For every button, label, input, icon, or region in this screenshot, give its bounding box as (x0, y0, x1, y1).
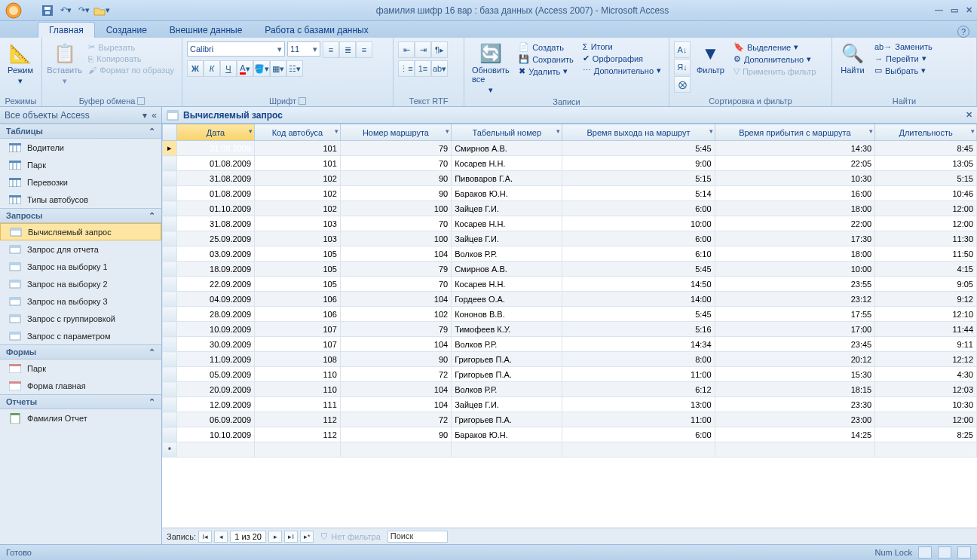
cell[interactable]: 5:45 (562, 307, 715, 322)
cell[interactable]: 23:55 (715, 277, 875, 292)
advanced-filter-button[interactable]: ⚙ Дополнительно ▾ (730, 54, 819, 65)
row-selector[interactable]: ▸ (163, 141, 177, 156)
cell[interactable]: 23:30 (715, 397, 875, 412)
redo-icon[interactable]: ↷▾ (75, 2, 92, 19)
cell[interactable]: Смирнов А.В. (452, 141, 562, 156)
cell[interactable] (255, 442, 341, 457)
cell[interactable]: 05.09.2009 (176, 367, 254, 382)
row-selector[interactable] (163, 412, 177, 427)
nav-item[interactable]: Запрос с группировкой (0, 310, 161, 327)
datasheet[interactable]: Дата▾Код автобуса▾Номер маршрута▾Табельн… (162, 124, 977, 528)
cell[interactable]: 8:25 (875, 427, 977, 442)
cell[interactable]: 11:30 (875, 231, 977, 246)
new-record-nav-button[interactable]: ▸* (300, 531, 314, 543)
cell[interactable]: 16:00 (715, 186, 875, 201)
cell[interactable]: 6:00 (562, 231, 715, 246)
cell[interactable]: 6:00 (562, 201, 715, 216)
cell[interactable]: 12:00 (875, 216, 977, 231)
nav-item[interactable]: Парк (0, 360, 161, 377)
cell[interactable]: 79 (340, 322, 451, 337)
row-selector[interactable] (163, 397, 177, 412)
cell[interactable]: 90 (340, 427, 451, 442)
cell[interactable]: 72 (340, 367, 451, 382)
cell[interactable]: 31.08.2009 (176, 216, 254, 231)
cell[interactable]: 110 (255, 382, 341, 397)
sort-asc-icon[interactable]: A↓ (674, 41, 691, 58)
nav-item[interactable]: Перевозки (0, 173, 161, 191)
cell[interactable]: 107 (255, 337, 341, 352)
row-selector[interactable] (163, 352, 177, 367)
cell[interactable]: 102 (255, 171, 341, 186)
cell[interactable]: 101 (255, 141, 341, 156)
cell[interactable]: 12:00 (875, 412, 977, 427)
cell[interactable]: 17:55 (715, 307, 875, 322)
row-selector[interactable] (163, 367, 177, 382)
cell[interactable] (875, 442, 977, 457)
cell[interactable] (562, 442, 715, 457)
first-record-button[interactable]: I◂ (198, 531, 212, 543)
cell[interactable]: 105 (255, 262, 341, 277)
tab-external-data[interactable]: Внешние данные (158, 22, 254, 38)
next-record-button[interactable]: ▸ (268, 531, 282, 543)
nav-item[interactable]: Парк (0, 156, 161, 173)
cell[interactable]: 18.09.2009 (176, 262, 254, 277)
cell[interactable]: Волков Р.Р. (452, 246, 562, 262)
nav-item[interactable]: Запрос на выборку 3 (0, 292, 161, 310)
cell[interactable]: 12:12 (875, 352, 977, 367)
cell[interactable]: 30.09.2009 (176, 337, 254, 352)
cell[interactable]: 17:00 (715, 322, 875, 337)
cell[interactable]: 11:44 (875, 322, 977, 337)
last-record-button[interactable]: ▸I (284, 531, 298, 543)
row-selector[interactable] (163, 171, 177, 186)
totals-button[interactable]: Σ Итоги (580, 41, 664, 52)
cell[interactable]: Смирнов А.В. (452, 262, 562, 277)
row-selector[interactable] (163, 216, 177, 231)
cell[interactable]: 14:25 (715, 427, 875, 442)
help-button[interactable]: ? (957, 26, 969, 38)
cell[interactable]: 100 (340, 231, 451, 246)
cell[interactable]: Григорьев П.А. (452, 352, 562, 367)
select-button[interactable]: ▭ Выбрать ▾ (871, 65, 936, 76)
cell[interactable]: 105 (255, 246, 341, 262)
increase-indent-icon[interactable]: ⇥ (415, 41, 431, 58)
row-selector[interactable] (163, 231, 177, 246)
row-selector[interactable] (163, 277, 177, 292)
cell[interactable]: 100 (340, 201, 451, 216)
cell[interactable]: 12:00 (875, 201, 977, 216)
row-selector[interactable] (163, 382, 177, 397)
cell[interactable]: 105 (255, 277, 341, 292)
cell[interactable]: Тимофеев К.У. (452, 322, 562, 337)
cell[interactable]: 17:30 (715, 231, 875, 246)
nav-item[interactable]: Запрос с параметром (0, 327, 161, 344)
column-header[interactable]: Код автобуса▾ (255, 124, 341, 141)
cell[interactable]: Зайцев Г.И. (452, 231, 562, 246)
cell[interactable]: 106 (255, 292, 341, 307)
replace-button[interactable]: ab→ Заменить (871, 41, 936, 52)
bold-icon[interactable]: Ж (187, 60, 204, 77)
cell[interactable]: 12:03 (875, 382, 977, 397)
cell[interactable]: 6:00 (562, 427, 715, 442)
nav-item[interactable]: Запрос на выборку 1 (0, 258, 161, 275)
cell[interactable]: 111 (255, 397, 341, 412)
cell[interactable]: 01.10.2009 (176, 201, 254, 216)
cell[interactable]: 18:15 (715, 382, 875, 397)
cell[interactable]: 70 (340, 277, 451, 292)
align-right-icon[interactable]: ≡ (356, 41, 372, 58)
row-selector[interactable] (163, 292, 177, 307)
row-selector[interactable] (163, 201, 177, 216)
cell[interactable]: 31.08.2009 (176, 141, 254, 156)
cell[interactable]: Бараков Ю.Н. (452, 186, 562, 201)
decrease-indent-icon[interactable]: ⇤ (398, 41, 415, 58)
cell[interactable]: 102 (255, 201, 341, 216)
row-selector[interactable] (163, 427, 177, 442)
ltr-icon[interactable]: ¶▸ (431, 41, 448, 58)
gridlines-icon[interactable]: ▦▾ (270, 60, 286, 77)
cell[interactable]: 18:00 (715, 201, 875, 216)
cell[interactable]: 79 (340, 262, 451, 277)
cell[interactable]: 110 (255, 367, 341, 382)
save-record-button[interactable]: 💾 Сохранить (516, 54, 577, 65)
cell[interactable]: 104 (340, 397, 451, 412)
cell[interactable]: 104 (340, 292, 451, 307)
minimize-button[interactable]: ― (935, 5, 943, 15)
cell[interactable]: 5:15 (875, 171, 977, 186)
